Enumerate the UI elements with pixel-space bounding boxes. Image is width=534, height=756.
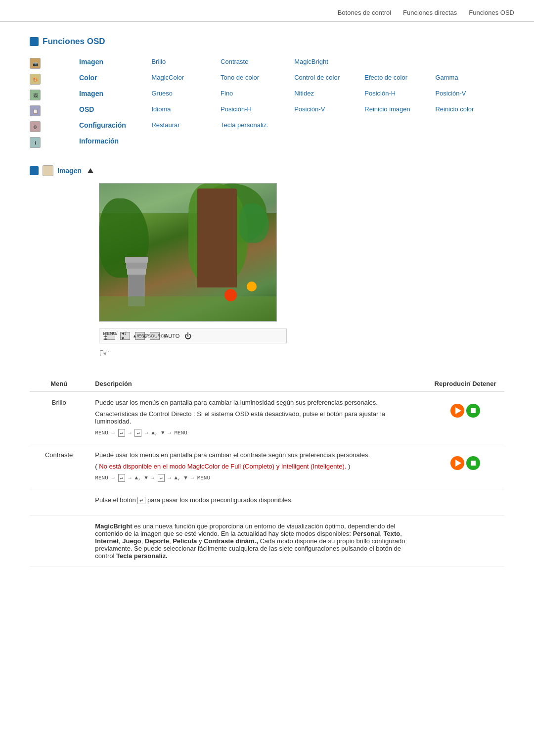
osd-label-osd: OSD	[79, 103, 151, 119]
auto-label: AUTO	[165, 333, 179, 339]
col-header-action: Reproducir/ Detener	[426, 375, 504, 392]
source-btn[interactable]: ◎/SOURCE	[150, 332, 160, 340]
nav-btn[interactable]: ◄/▼	[120, 332, 130, 340]
osd-link-nitidez[interactable]: Nitidez	[294, 90, 314, 97]
imagen-header: Imagen	[30, 165, 504, 176]
control-bar: MENU/☰ ◄/▼ ▲/ESC ◎/SOURCE AUTO ⏻	[99, 329, 287, 343]
osd-table: 📷 Imagen Brillo Contraste MagicBright 🎨 …	[30, 55, 504, 150]
osd-menu-icon: 📋	[30, 105, 41, 116]
stop-icon	[471, 408, 476, 413]
color-icon: 🎨	[30, 74, 41, 85]
mode-deporte: Deporte	[145, 537, 169, 545]
menu-pulse	[30, 489, 88, 516]
osd-link-idioma[interactable]: Idioma	[151, 105, 171, 113]
mode-internet: Internet	[95, 537, 119, 545]
info-icon: ℹ	[30, 137, 41, 148]
desc-row-contraste: Contraste Puede usar los menús en pantal…	[30, 444, 504, 489]
osd-label-info: Información	[79, 135, 151, 150]
menu-contraste: Contraste	[30, 444, 88, 489]
osd-link-posicion-v2[interactable]: Posición-V	[294, 105, 325, 113]
play-icon-2	[455, 460, 461, 467]
config-icon: ⚙	[30, 121, 41, 132]
menu-brillo: Brillo	[30, 392, 88, 444]
osd-link-restaurar[interactable]: Restaurar	[151, 121, 179, 129]
stop-icon-2	[471, 461, 476, 466]
photo-ground	[99, 296, 276, 321]
image-section: Imagen	[30, 165, 504, 360]
osd-link-posicion-h[interactable]: Posición-H	[364, 90, 396, 97]
section-title-row: Funciones OSD	[30, 37, 504, 47]
photo-container	[99, 183, 504, 322]
osd-label-imagen2: Imagen	[79, 87, 151, 103]
photo-display	[99, 183, 277, 322]
osd-link-tono[interactable]: Tono de color	[221, 74, 259, 81]
mode-texto: Texto	[384, 530, 400, 537]
description-table: Menú Descripción Reproducir/ Detener Bri…	[30, 375, 504, 567]
imagen-header-icon	[30, 166, 39, 175]
osd-link-reinicio-imagen[interactable]: Reinicio imagen	[364, 105, 410, 113]
col-header-menu: Menú	[30, 375, 88, 392]
osd-link-tecla[interactable]: Tecla personaliz.	[221, 121, 268, 129]
mode-personal: Personal	[353, 530, 380, 537]
menu-magicbright	[30, 516, 88, 567]
play-btn-brillo[interactable]	[450, 404, 464, 418]
desc-row-pulse: Pulse el botón ↵ para pasar los modos pr…	[30, 489, 504, 516]
play-stop-contraste	[433, 456, 497, 470]
osd-link-posicion-h2[interactable]: Posición-H	[221, 105, 252, 113]
osd-label-color: Color	[79, 71, 151, 87]
pulse-btn-icon: ↵	[137, 497, 145, 504]
desc-header-row: Menú Descripción Reproducir/ Detener	[30, 375, 504, 392]
photo-ball	[247, 282, 257, 291]
section-title-text: Funciones OSD	[43, 37, 105, 47]
mode-pelicula: Película	[173, 537, 197, 545]
desc-brillo: Puede usar los menús en pantalla para ca…	[88, 392, 426, 444]
play-btn-contraste[interactable]	[450, 456, 464, 470]
play-stop-brillo	[433, 404, 497, 418]
osd-row-info: ℹ Información	[30, 135, 504, 150]
osd-link-magiccolor[interactable]: MagicColor	[151, 74, 184, 81]
desc-magicbright: MagicBright es una nueva función que pro…	[88, 516, 426, 567]
photo-red-element	[224, 289, 237, 301]
section-title-icon	[30, 37, 39, 46]
desc-row-magicbright: MagicBright es una nueva función que pro…	[30, 516, 504, 567]
magicbright-bold: MagicBright	[95, 522, 132, 530]
imagen2-icon: 🖼	[30, 90, 41, 100]
action-pulse	[426, 489, 504, 516]
osd-label-config: Configuración	[79, 119, 151, 135]
tecla-personaliz: Tecla personaliz.	[116, 552, 168, 560]
osd-link-contraste[interactable]: Contraste	[221, 58, 248, 65]
mode-juego: Juego	[122, 537, 141, 545]
nav-botones[interactable]: Botones de control	[338, 9, 391, 16]
nav-directas[interactable]: Funciones directas	[403, 9, 457, 16]
contraste-note-red: No está disponible en el modo MagicColor…	[99, 463, 346, 470]
col-header-desc: Descripción	[88, 375, 426, 392]
imagen-icon: 📷	[30, 58, 41, 69]
desc-pulse: Pulse el botón ↵ para pasar los modos pr…	[88, 489, 426, 516]
triangle-up-icon	[88, 168, 93, 173]
osd-link-posicion-v[interactable]: Posición-V	[435, 90, 466, 97]
hand-cursor-icon: ☞	[99, 346, 504, 360]
action-brillo	[426, 392, 504, 444]
mode-contraste: Contraste dinám.,	[204, 537, 258, 545]
power-btn[interactable]: ⏻	[184, 332, 191, 340]
desc-row-brillo: Brillo Puede usar los menús en pantalla …	[30, 392, 504, 444]
stop-btn-brillo[interactable]	[466, 404, 480, 418]
stop-btn-contraste[interactable]	[466, 456, 480, 470]
osd-link-control-color[interactable]: Control de color	[294, 74, 340, 81]
menu-btn[interactable]: MENU/☰	[105, 332, 115, 340]
osd-row-imagen2: 🖼 Imagen Grueso Fino Nitidez Posición-H …	[30, 87, 504, 103]
nav-osd[interactable]: Funciones OSD	[469, 9, 514, 16]
osd-link-magicbright[interactable]: MagicBright	[294, 58, 328, 65]
osd-link-fino[interactable]: Fino	[221, 90, 233, 97]
osd-label-imagen: Imagen	[79, 55, 151, 71]
action-magicbright	[426, 516, 504, 567]
osd-link-gamma[interactable]: Gamma	[435, 74, 458, 81]
osd-link-brillo[interactable]: Brillo	[151, 58, 166, 65]
action-contraste	[426, 444, 504, 489]
osd-link-reinicio-color[interactable]: Reinicio color	[435, 105, 474, 113]
imagen-header-label: Imagen	[57, 167, 82, 175]
osd-link-grueso[interactable]: Grueso	[151, 90, 173, 97]
main-content: Funciones OSD 📷 Imagen Brillo Contraste …	[0, 22, 534, 582]
osd-row-imagen: 📷 Imagen Brillo Contraste MagicBright	[30, 55, 504, 71]
osd-link-efecto-color[interactable]: Efecto de color	[364, 74, 407, 81]
